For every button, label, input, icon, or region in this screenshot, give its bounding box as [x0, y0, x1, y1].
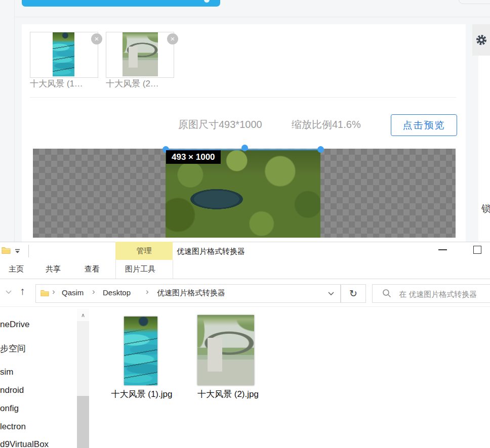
original-size-label: 原图尺寸493*1000 — [178, 118, 262, 131]
ribbon-bottom-border — [0, 279, 490, 279]
thumbnail-row-divider — [30, 97, 456, 98]
contextual-tab-separator-left — [115, 260, 116, 279]
tab-share[interactable]: 共享 — [46, 262, 61, 276]
breadcrumb-current-folder[interactable]: 优速图片格式转换器 — [157, 288, 225, 298]
breadcrumb-separator[interactable]: › — [52, 287, 55, 297]
up-one-level-button[interactable]: ↑ — [20, 285, 25, 297]
quick-access-caret-icon[interactable] — [15, 249, 20, 254]
scrollbar-up-arrow[interactable]: ∧ — [77, 309, 89, 321]
minimize-button[interactable] — [433, 244, 451, 255]
file-thumbnail-pools[interactable] — [124, 317, 157, 385]
address-folder-icon — [40, 289, 49, 296]
thumbnail-filename-2: 十大风景 (2… — [106, 78, 177, 89]
recent-locations-chevron-icon[interactable] — [5, 290, 12, 294]
breadcrumb-separator[interactable]: › — [146, 287, 149, 297]
address-bar-bottom-border — [0, 306, 490, 307]
resize-handle-top-right[interactable] — [317, 146, 324, 153]
sidebar-item-virtualbox[interactable]: d9VirtualBox — [0, 439, 49, 448]
header-divider — [14, 17, 490, 17]
file-name-2[interactable]: 十大风景 (2).jpg — [191, 388, 265, 400]
sidebar-item-electron[interactable]: lectron — [0, 422, 26, 432]
file-thumbnail-bridge[interactable] — [197, 315, 254, 385]
top-right-panel-corner — [459, 0, 490, 4]
maximize-button[interactable] — [473, 246, 481, 254]
lock-label: 锁 — [481, 202, 490, 215]
resize-handle-top-center[interactable] — [241, 145, 248, 151]
search-input[interactable] — [398, 286, 490, 301]
tab-home[interactable]: 主页 — [9, 262, 24, 276]
nav-scrollbar-thumb[interactable] — [77, 396, 89, 448]
tab-manage[interactable]: 管理 — [115, 242, 173, 260]
breadcrumb-desktop[interactable]: Desktop — [103, 288, 131, 297]
thumbnail-image-bridge[interactable] — [123, 32, 158, 76]
gear-icon — [475, 34, 487, 46]
sidebar-item-android[interactable]: ndroid — [0, 385, 24, 395]
screen: × × 十大风景 (1… 十大风景 (2… 原图尺寸493*1000 缩放比例4… — [0, 0, 490, 448]
add-files-button[interactable] — [22, 0, 220, 7]
window-folder-icon — [2, 246, 11, 254]
refresh-button[interactable]: ↻ — [341, 284, 366, 303]
remove-image-1-icon[interactable]: × — [91, 33, 102, 44]
sidebar-item-qasim[interactable]: sim — [0, 367, 13, 377]
sidebar-item-onedrive[interactable]: neDrive — [0, 320, 30, 330]
chevron-down-icon — [328, 291, 335, 296]
minimize-icon — [438, 249, 447, 250]
breadcrumb-qasim[interactable]: Qasim — [62, 288, 84, 297]
thumbnail-filename-1: 十大风景 (1… — [30, 78, 101, 89]
titlebar-separator — [28, 245, 29, 257]
address-dropdown-button[interactable] — [322, 285, 340, 302]
settings-button[interactable] — [472, 24, 490, 56]
sidebar-item-sync-space[interactable]: 步空间 — [0, 343, 26, 354]
tab-view[interactable]: 查看 — [85, 262, 100, 276]
converter-app-region: × × 十大风景 (1… 十大风景 (2… 原图尺寸493*1000 缩放比例4… — [0, 0, 490, 242]
breadcrumb-separator[interactable]: › — [92, 287, 95, 297]
click-preview-button[interactable]: 点击预览 — [391, 114, 457, 136]
left-panel-divider — [14, 0, 15, 242]
window-title: 优速图片格式转换器 — [177, 247, 245, 256]
contextual-tab-separator-right — [173, 260, 173, 279]
sidebar-item-config[interactable]: onfig — [0, 404, 19, 414]
topbar-icon — [204, 0, 210, 3]
tab-picture-tools[interactable]: 图片工具 — [125, 262, 155, 276]
remove-image-2-icon[interactable]: × — [167, 33, 178, 44]
file-name-1[interactable]: 十大风景 (1).jpg — [104, 388, 180, 400]
thumbnail-image-pools[interactable] — [53, 32, 74, 76]
zoom-ratio-label: 缩放比例41.6% — [292, 118, 361, 131]
image-size-badge: 493 × 1000 — [166, 150, 221, 164]
search-icon — [382, 289, 391, 298]
